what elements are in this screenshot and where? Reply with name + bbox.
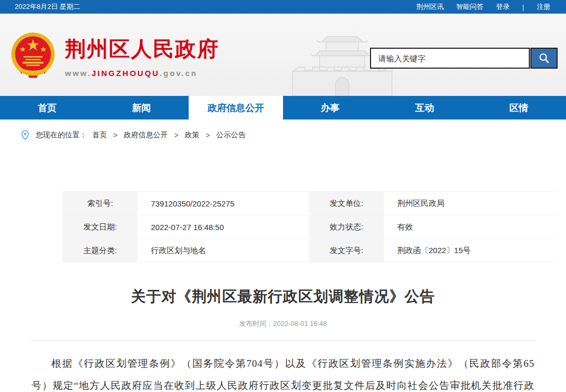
nav-item-interaction[interactable]: 互动 xyxy=(377,96,472,119)
topbar-link-smart-qa[interactable]: 智能问答 xyxy=(456,2,484,12)
breadcrumb-item-policy[interactable]: 政策 xyxy=(184,130,199,140)
breadcrumb-prefix: 您现在的位置： xyxy=(36,130,87,140)
nav-item-news[interactable]: 新闻 xyxy=(94,96,189,119)
doc-validity-status-value: 有效 xyxy=(384,215,555,238)
doc-index-number-value: 739120350/2022-25275 xyxy=(137,192,309,215)
doc-issuing-unit-value: 荆州区民政局 xyxy=(384,192,555,215)
current-date: 2022年8月2日 星期二 xyxy=(15,2,80,12)
nav-item-home[interactable]: 首页 xyxy=(0,96,94,119)
national-emblem-icon xyxy=(9,31,57,81)
breadcrumb-item-public-notice[interactable]: 公示公告 xyxy=(216,130,246,140)
site-url-suffix: .gov.cn xyxy=(160,69,198,78)
nav-item-services[interactable]: 办事 xyxy=(283,96,377,119)
breadcrumb-separator: > xyxy=(205,131,210,139)
doc-topic-category-value: 行政区划与地名 xyxy=(137,239,309,262)
nav-item-district-overview[interactable]: 区情 xyxy=(472,96,566,119)
topbar-link-register[interactable]: 注册 xyxy=(537,2,550,12)
publish-time-value: 2022-08-01 16:48 xyxy=(273,320,327,328)
doc-reference-number-value: 荆政函〔2022〕15号 xyxy=(384,239,555,262)
topbar-link-login[interactable]: 登录 xyxy=(496,2,510,12)
site-url: www.JINGZHOUQU.gov.cn xyxy=(65,69,219,78)
article-body-paragraph: 根据《行政区划管理条例》（国务院令第704号）以及《行政区划管理条例实施办法》（… xyxy=(31,353,535,392)
publish-time-label: 发布时间： xyxy=(239,320,273,328)
breadcrumb-separator: > xyxy=(174,131,178,139)
breadcrumb-item-home[interactable]: 首页 xyxy=(92,130,107,140)
search-icon xyxy=(538,52,550,64)
breadcrumb-separator: > xyxy=(113,131,117,139)
site-search xyxy=(370,48,558,69)
topbar-link-district-news[interactable]: 荆州区讯 xyxy=(417,2,444,12)
publish-time-line: 发布时间：2022-08-01 16:48 xyxy=(0,319,566,329)
top-utility-bar: 2022年8月2日 星期二 荆州区讯 智能问答 登录 | 注册 xyxy=(0,0,566,14)
article-title: 关于对《荆州区最新行政区划调整情况》公告 xyxy=(0,287,566,307)
main-navigation: 首页 新闻 政府信息公开 办事 互动 区情 xyxy=(0,96,566,119)
doc-validity-status-label: 效力状态: xyxy=(310,215,383,238)
doc-issue-date-value: 2022-07-27 16:48:50 xyxy=(137,215,309,238)
site-url-main: JINGZHOUQU xyxy=(92,69,160,78)
breadcrumb: 您现在的位置： 首页 > 政府信息公开 > 政策 > 公示公告 xyxy=(0,119,566,151)
site-header: 荆州区人民政府 www.JINGZHOUQU.gov.cn xyxy=(0,14,566,96)
nav-item-gov-info-disclosure[interactable]: 政府信息公开 xyxy=(189,96,283,119)
document-info-table: 索引号: 739120350/2022-25275 发文单位: 荆州区民政局 发… xyxy=(63,191,554,263)
topbar-divider: | xyxy=(523,3,524,11)
breadcrumb-item-gov-info[interactable]: 政府信息公开 xyxy=(124,130,168,140)
site-url-prefix: www. xyxy=(65,69,92,78)
doc-issue-date-label: 发文日期: xyxy=(63,215,137,238)
title-divider xyxy=(30,340,536,341)
site-title: 荆州区人民政府 xyxy=(65,35,219,63)
search-input[interactable] xyxy=(370,48,530,69)
search-button[interactable] xyxy=(530,48,558,69)
doc-index-number-label: 索引号: xyxy=(63,192,137,215)
doc-issuing-unit-label: 发文单位: xyxy=(310,192,383,215)
doc-topic-category-label: 主题分类: xyxy=(63,239,137,262)
site-logo-block[interactable]: 荆州区人民政府 www.JINGZHOUQU.gov.cn xyxy=(9,31,219,81)
topbar-links: 荆州区讯 智能问答 登录 | 注册 xyxy=(417,2,550,12)
doc-reference-number-label: 发文字号: xyxy=(310,239,383,262)
location-pin-icon xyxy=(21,130,29,140)
site-identity: 荆州区人民政府 www.JINGZHOUQU.gov.cn xyxy=(65,35,219,78)
